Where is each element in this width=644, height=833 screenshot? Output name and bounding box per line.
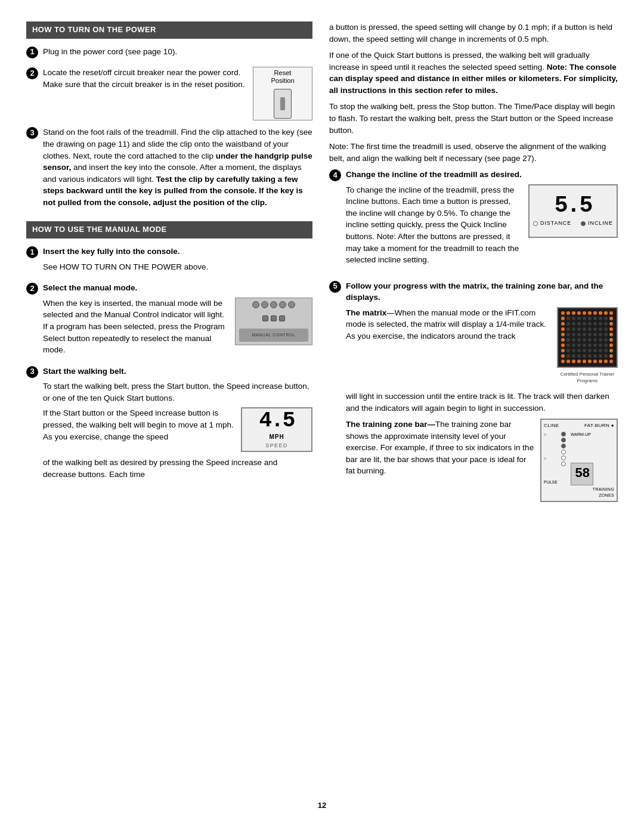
dot	[599, 317, 602, 320]
dot	[577, 311, 581, 315]
step-right-4-text: To change the incline of the treadmill, …	[346, 184, 522, 270]
dot	[566, 338, 570, 342]
dot	[583, 333, 586, 336]
dot	[566, 349, 570, 352]
dot	[566, 360, 570, 363]
dot	[561, 360, 565, 363]
dot	[604, 349, 608, 352]
dot	[561, 327, 565, 331]
distance-indicator: DISTANCE	[533, 219, 571, 227]
step-power-1: 1 Plug in the power cord (see page 10).	[26, 46, 312, 61]
dot	[588, 317, 592, 320]
console-btn-5	[288, 301, 295, 308]
zone-dot-6	[561, 462, 566, 466]
right-zone-labels: WARM-UP 58	[568, 432, 593, 485]
dot	[604, 354, 608, 358]
dot	[609, 343, 613, 347]
section-power: HOW TO TURN ON THE POWER 1 Plug in the p…	[26, 21, 312, 212]
step-right-4: 4 Change the incline of the treadmill as…	[329, 169, 618, 274]
page-number: 12	[26, 800, 618, 812]
dot	[599, 354, 602, 358]
manual-control-label: MANUAL CONTROL	[239, 329, 308, 342]
step-manual-num-2: 2	[26, 283, 38, 295]
distance-label: DISTANCE	[540, 219, 571, 227]
dot	[599, 343, 602, 347]
dot	[599, 333, 602, 336]
dot	[593, 360, 597, 363]
step-num-1: 1	[26, 47, 38, 58]
matrix-intro-para: The matrix—When the manual mode or the i…	[346, 307, 551, 342]
step-manual-3: 3 Start the walking belt. To start the w…	[26, 366, 312, 484]
dot	[577, 327, 581, 331]
step-power-2-text: Locate the reset/off circuit breaker nea…	[43, 67, 247, 94]
step-power-1-content: Plug in the power cord (see page 10).	[43, 46, 312, 61]
dot	[572, 338, 575, 342]
dot	[561, 338, 565, 342]
dot	[599, 311, 602, 315]
dot	[566, 322, 570, 326]
reset-label: Reset Position	[271, 69, 294, 85]
dot	[572, 311, 575, 315]
dot	[583, 311, 586, 315]
matrix-section: The matrix—When the manual mode or the i…	[346, 307, 618, 386]
dot	[588, 349, 592, 352]
zone-dot-3	[561, 444, 566, 448]
console-mid	[262, 315, 285, 321]
dot	[593, 311, 597, 315]
speed-unit: MPH	[269, 433, 284, 442]
step-power-3-content: Stand on the foot rails of the treadmill…	[43, 126, 312, 212]
step-power-3: 3 Stand on the foot rails of the treadmi…	[26, 126, 312, 212]
dot	[577, 360, 581, 363]
dot	[599, 327, 602, 331]
dot	[583, 338, 586, 342]
dot	[604, 333, 608, 336]
dot	[561, 354, 565, 358]
dot	[593, 349, 597, 352]
dot	[588, 327, 592, 331]
matrix-sublabel: Certified Personal Trainer Programs	[557, 370, 618, 386]
incline-circle	[581, 221, 586, 226]
step-manual-3-speed-wrap: If the Start button or the Speed increas…	[43, 407, 312, 452]
console-btn-2	[261, 301, 268, 308]
right-para2: If one of the Quick Start buttons is pre…	[329, 49, 618, 96]
dot	[609, 333, 613, 336]
console-mid-btn-3	[279, 315, 285, 321]
step-manual-2: 2 Select the manual mode. When the key i…	[26, 282, 312, 359]
step-power-2-content: Locate the reset/off circuit breaker nea…	[43, 67, 312, 120]
step-manual-1: 1 Insert the key fully into the console.…	[26, 246, 312, 276]
dot	[593, 354, 597, 358]
incline-label: INCLINE	[588, 219, 613, 227]
training-zone-text: The training zone bar—The training zone …	[346, 419, 534, 481]
console-btn-4	[279, 301, 286, 308]
dot	[577, 343, 581, 347]
step-power-2-para: Locate the reset/off circuit breaker nea…	[43, 67, 247, 90]
dot	[561, 322, 565, 326]
dot	[593, 343, 597, 347]
dot	[577, 349, 581, 352]
dot	[577, 317, 581, 320]
distance-circle	[533, 221, 538, 226]
dot	[572, 360, 575, 363]
dot	[604, 327, 608, 331]
step-manual-1-content: Insert the key fully into the console. S…	[43, 246, 312, 276]
matrix-display-outer: Certified Personal Trainer Programs	[557, 307, 618, 386]
reset-position-image: Reset Position	[253, 67, 312, 120]
training-display-wrap: CLINE FAT-BURN ● ○ ○ PULSE	[540, 419, 618, 502]
dot	[583, 360, 586, 363]
dot	[572, 333, 575, 336]
step-manual-num-1: 1	[26, 246, 38, 258]
dot	[599, 349, 602, 352]
dot	[583, 349, 586, 352]
step-right-4-title: Change the incline of the treadmill as d…	[346, 169, 618, 181]
step-right-5: 5 Follow your progress with the matrix, …	[329, 280, 618, 507]
dot	[577, 322, 581, 326]
training-mid-section: ○ ○ PULSE	[544, 432, 614, 485]
matrix-text2: will light in succession until the entir…	[346, 391, 618, 414]
step-manual-2-inline: When the key is inserted, the manual mod…	[43, 298, 312, 360]
zone-dots-column	[561, 432, 566, 485]
speed-display: 4.5 MPH SPEED	[241, 407, 312, 452]
incline-display-wrap: 5.5 DISTANCE INCLINE	[528, 184, 618, 238]
dot	[604, 317, 608, 320]
section-manual-header: HOW TO USE THE MANUAL MODE	[26, 221, 312, 239]
manual-control-console: MANUAL CONTROL	[235, 298, 312, 345]
